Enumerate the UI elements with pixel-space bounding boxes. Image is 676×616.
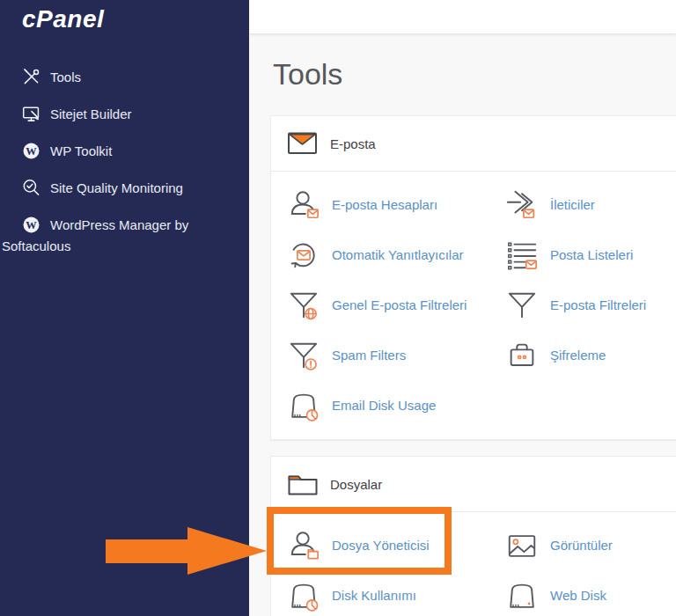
tools-icon (22, 68, 40, 86)
autoresponders-icon (287, 238, 320, 272)
svg-text:W: W (26, 219, 37, 231)
encryption-icon (505, 339, 539, 372)
email-accounts-icon (287, 188, 320, 222)
main-content: Tools E-posta E-posta Hesapları İleticil… (249, 0, 676, 616)
tool-item-spam-filters[interactable]: Spam Filters (287, 330, 505, 380)
sections: E-posta E-posta Hesapları İleticiler Oto… (249, 115, 676, 616)
disk-usage-icon (287, 579, 320, 612)
tool-item-label: Spam Filters (332, 348, 406, 363)
tool-item-label: Görüntüler (550, 538, 613, 553)
tool-item-disk-kullan-m[interactable]: Disk Kullanımı (287, 570, 505, 616)
tool-item-i-leticiler[interactable]: İleticiler (505, 180, 676, 230)
section-card-e-posta: E-posta E-posta Hesapları İleticiler Oto… (270, 115, 676, 440)
sidebar: cPanel Tools Sitejet Builder WWP Toolkit… (0, 0, 249, 616)
forwarders-icon (505, 188, 539, 222)
section-title: E-posta (330, 136, 376, 151)
files-section-icon (287, 471, 319, 497)
cpanel-logo[interactable]: cPanel (22, 5, 104, 33)
tool-item-g-r-nt-ler[interactable]: Görüntüler (505, 520, 676, 570)
global-email-filters-icon (287, 289, 320, 322)
images-icon (505, 529, 539, 562)
sidebar-item-label: WP Toolkit (50, 143, 112, 158)
tool-item-e-posta-hesaplar[interactable]: E-posta Hesapları (287, 180, 505, 230)
wordpress-icon: W (22, 216, 40, 234)
sidebar-item-site-quality-monitoring[interactable]: Site Quality Monitoring (0, 170, 249, 207)
tool-item-posta-listeleri[interactable]: Posta Listeleri (505, 230, 676, 280)
section-header: Dosyalar (271, 457, 676, 512)
sidebar-item-label: Sitejet Builder (50, 106, 132, 121)
tool-item-genel-e-posta-filtreleri[interactable]: Genel E-posta Filtreleri (287, 280, 505, 330)
tool-item-web-disk[interactable]: Web Disk (505, 570, 676, 616)
mailing-lists-icon (505, 238, 539, 272)
tool-item-label: İleticiler (550, 197, 595, 212)
tool-item-label: Şifreleme (550, 348, 606, 363)
tool-item-otomatik-yan-tlay-c-lar[interactable]: Otomatik Yanıtlayıcılar (287, 230, 505, 280)
email-disk-usage-icon (287, 389, 320, 422)
sidebar-item-tools[interactable]: Tools (0, 59, 249, 96)
sidebar-item-wordpress-manager-by-softaculous[interactable]: WWordPress Manager by Softaculous (0, 207, 249, 265)
svg-text:W: W (26, 145, 37, 158)
sidebar-nav: Tools Sitejet Builder WWP Toolkit Site Q… (0, 59, 249, 265)
wordpress-icon: W (22, 142, 40, 160)
section-header: E-posta (271, 116, 676, 172)
tool-item-label: E-posta Filtreleri (550, 297, 646, 312)
tool-item-label: E-posta Hesapları (332, 197, 437, 212)
section-items: Dosya Yöneticisi Görüntüler Disk Kullanı… (271, 512, 676, 616)
sidebar-item-label: Tools (50, 70, 81, 84)
sitejet-builder-icon (22, 105, 40, 123)
file-manager-icon (287, 529, 320, 562)
tool-item-e-posta-filtreleri[interactable]: E-posta Filtreleri (505, 280, 676, 330)
page-title: Tools (249, 33, 676, 92)
section-title: Dosyalar (330, 477, 382, 492)
tool-item-label: Posta Listeleri (550, 247, 633, 262)
site-quality-monitoring-icon (22, 179, 40, 197)
web-disk-icon (505, 579, 539, 612)
tool-item-email-disk-usage[interactable]: Email Disk Usage (287, 380, 505, 430)
tool-item-label: Dosya Yöneticisi (332, 538, 430, 553)
tool-item-label: Genel E-posta Filtreleri (332, 297, 467, 312)
tool-item-label: Otomatik Yanıtlayıcılar (332, 247, 464, 262)
email-section-icon (287, 130, 319, 157)
sidebar-item-wp-toolkit[interactable]: WWP Toolkit (0, 133, 249, 170)
email-filters-icon (505, 289, 539, 322)
top-navigation-bar (249, 0, 676, 33)
spam-filters-icon (287, 339, 320, 372)
tool-item-label: Disk Kullanımı (332, 588, 416, 603)
tool-item-label: Email Disk Usage (332, 398, 436, 413)
tool-item-label: Web Disk (550, 588, 606, 603)
tool-item-ifreleme[interactable]: Şifreleme (505, 330, 676, 380)
sidebar-item-sitejet-builder[interactable]: Sitejet Builder (0, 96, 249, 133)
section-card-dosyalar: Dosyalar Dosya Yöneticisi Görüntüler Dis… (270, 456, 676, 616)
tool-item-dosya-y-neticisi[interactable]: Dosya Yöneticisi (287, 520, 505, 570)
section-items: E-posta Hesapları İleticiler Otomatik Ya… (271, 172, 676, 439)
sidebar-item-label: Site Quality Monitoring (50, 180, 183, 195)
cpanel-page: cPanel Tools Sitejet Builder WWP Toolkit… (0, 0, 676, 616)
